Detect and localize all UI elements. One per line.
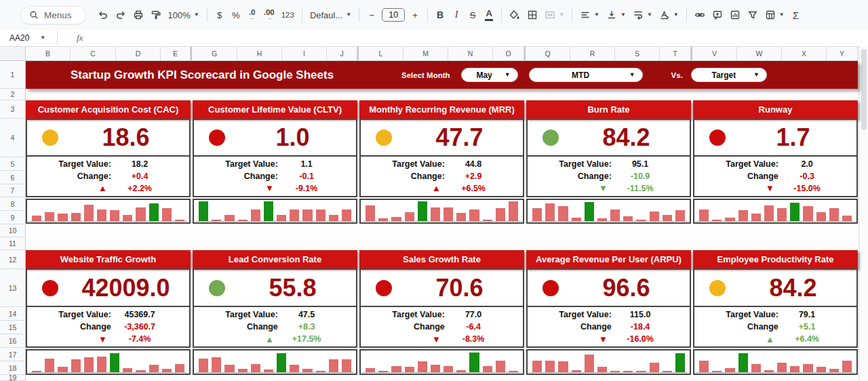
insert-chart-button[interactable] [726, 6, 744, 24]
create-filter-button[interactable] [744, 6, 762, 24]
increase-decimals-button[interactable]: .00→ [260, 6, 278, 24]
insert-link-button[interactable] [691, 6, 709, 24]
menus-button[interactable]: Menus [20, 6, 86, 24]
font-size-input[interactable]: 10 [382, 8, 405, 22]
paint-format-button[interactable] [147, 6, 165, 24]
insert-comment-button[interactable] [709, 6, 726, 24]
spark-bar [251, 209, 260, 221]
change-percent: +6.4% [785, 334, 829, 344]
kpi-card: Monthly Recurring Revenue (MRR) 47.7 Tar… [359, 100, 524, 224]
column-header-E[interactable]: E [161, 47, 191, 60]
row-header-1[interactable]: 1 [0, 61, 25, 89]
row-header-4[interactable]: 4 [0, 119, 25, 157]
row-header-3[interactable]: 3 [0, 100, 25, 119]
row-header-9[interactable]: 9 [0, 211, 25, 224]
period-dropdown[interactable]: MTD ▼ [529, 68, 643, 82]
row-header-14[interactable]: 14 [0, 307, 25, 321]
text-rotation-button[interactable]: ▼ [656, 6, 682, 24]
month-dropdown[interactable]: May ▼ [461, 68, 518, 82]
trend-sparkline [26, 349, 191, 375]
column-header-B[interactable]: B [26, 47, 71, 60]
print-button[interactable] [130, 6, 147, 24]
column-header-X[interactable]: X [782, 47, 827, 60]
column-header-S[interactable]: S [615, 47, 660, 60]
column-header-I[interactable]: I [282, 47, 327, 60]
column-header-M[interactable]: M [403, 47, 448, 60]
row-header-12[interactable]: 12 [0, 250, 25, 269]
spark-bar [405, 367, 414, 372]
vertical-align-button[interactable]: ▼ [603, 6, 629, 24]
column-header-G[interactable]: G [191, 47, 237, 60]
column-header-L[interactable]: L [357, 47, 403, 60]
zoom-dropdown[interactable]: 100%▼ [165, 6, 203, 24]
format-currency-button[interactable]: $ [212, 6, 228, 24]
column-header-O[interactable]: O [493, 47, 524, 60]
table-views-button[interactable]: ▼ [762, 6, 788, 24]
undo-button[interactable] [94, 6, 112, 24]
column-header-R[interactable]: R [570, 47, 615, 60]
spark-bar [405, 212, 414, 221]
row-header-6[interactable]: 6 [0, 171, 25, 184]
row-header-5[interactable]: 5 [0, 157, 25, 171]
more-formats-button[interactable]: 123 [278, 6, 298, 24]
select-all-corner[interactable] [0, 47, 26, 60]
spark-bar [199, 201, 208, 221]
compare-dropdown[interactable]: Target ▼ [691, 68, 767, 82]
format-percent-button[interactable]: % [228, 6, 244, 24]
functions-button[interactable]: Σ [788, 6, 804, 24]
spark-bar [212, 220, 221, 221]
row-header-8[interactable]: 8 [0, 197, 25, 211]
row-header-10[interactable]: 10 [0, 224, 25, 237]
column-header-N[interactable]: N [448, 47, 493, 60]
spark-bar [123, 368, 132, 372]
column-header-J[interactable]: J [327, 47, 357, 60]
column-header-Q[interactable]: Q [524, 47, 570, 60]
strikethrough-button[interactable]: S [465, 6, 481, 24]
horizontal-align-button[interactable]: ▼ [576, 6, 603, 24]
kpi-card-title: Employee Productivity Rate [693, 250, 858, 268]
row-header-11[interactable]: 11 [0, 237, 25, 250]
borders-button[interactable] [524, 6, 541, 24]
vertical-scrollbar[interactable] [859, 46, 868, 381]
row-header-16[interactable]: 16 [0, 334, 25, 348]
spark-bar [738, 353, 748, 372]
name-box[interactable]: AA20 ▼ [0, 33, 53, 43]
chevron-down-icon: ▼ [346, 12, 351, 18]
column-header-T[interactable]: T [660, 47, 691, 60]
font-dropdown[interactable]: Defaul...▼ [307, 6, 355, 24]
column-header-C[interactable]: C [71, 47, 116, 60]
row-header-7[interactable]: 7 [0, 184, 25, 197]
row-header-18[interactable]: 18 [0, 361, 25, 375]
italic-button[interactable]: I [448, 6, 465, 24]
column-header-W[interactable]: W [737, 47, 782, 60]
scrollbar-thumb[interactable] [861, 49, 867, 130]
text-wrap-button[interactable]: ▼ [629, 6, 656, 24]
text-color-button[interactable]: A [481, 6, 497, 24]
bold-button[interactable]: B [432, 6, 448, 24]
row-header-13[interactable]: 13 [0, 269, 25, 307]
row-header-15[interactable]: 15 [0, 321, 25, 334]
redo-button[interactable] [112, 6, 130, 24]
column-header-V[interactable]: V [691, 47, 737, 60]
spreadsheet-grid: Startup Growth KPI Scorecard in Google S… [26, 61, 859, 381]
change-label: Change [694, 322, 785, 332]
column-header-D[interactable]: D [116, 47, 161, 60]
spark-bar [443, 207, 453, 221]
column-header-H[interactable]: H [237, 47, 282, 60]
spark-bar [597, 218, 607, 221]
spark-bar [84, 205, 94, 221]
target-label: Target Value: [528, 310, 618, 319]
fill-color-button[interactable] [506, 6, 524, 24]
spark-bar [58, 367, 67, 372]
search-icon [29, 10, 39, 20]
increase-font-size-button[interactable]: + [407, 6, 423, 24]
decrease-decimals-button[interactable]: .0← [244, 6, 260, 24]
row-header-17[interactable]: 17 [0, 348, 25, 361]
change-row: Change: -10.9 [528, 170, 690, 182]
status-dot [42, 129, 58, 146]
row-header-2[interactable]: 2 [0, 89, 25, 100]
merge-cells-button[interactable]: ▼ [541, 6, 568, 24]
row-header-19[interactable]: 19 [0, 375, 25, 381]
decrease-font-size-button[interactable]: − [363, 6, 380, 24]
column-header-Y[interactable]: Y [827, 47, 858, 60]
